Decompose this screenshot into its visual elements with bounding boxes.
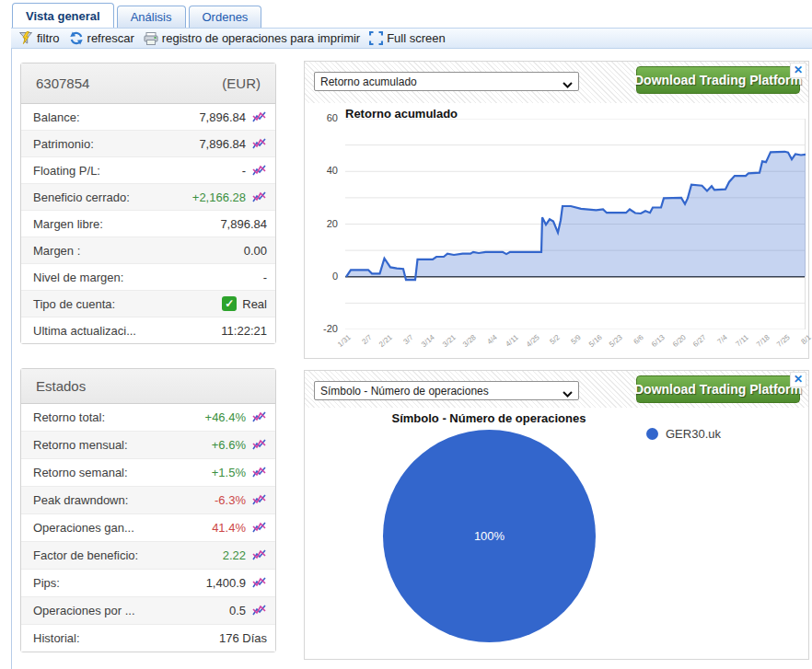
account-rows: Balance:7,896.84Patrimonio:7,896.84Float… — [21, 104, 275, 343]
download-platform-ad-button[interactable]: Download Trading Platform — [636, 375, 800, 403]
x-axis-tick-label: 4/11 — [497, 333, 519, 353]
pie-slice-percentage: 100% — [383, 430, 596, 642]
row-value: 0.5 — [229, 604, 246, 617]
line-chart-panel: Retorno acumulado Download Trading Platf… — [304, 61, 809, 359]
mini-chart-icon[interactable] — [252, 439, 267, 451]
tab-ordenes[interactable]: Ordenes — [189, 6, 262, 28]
print-trade-log-button[interactable]: registro de operaciones para imprimir — [142, 31, 362, 45]
chevron-down-icon — [563, 78, 573, 91]
row-label: Peak drawndown: — [33, 493, 128, 507]
mini-chart-icon[interactable] — [252, 191, 267, 203]
mini-chart-icon[interactable] — [252, 494, 267, 506]
mini-chart-icon[interactable] — [252, 467, 267, 479]
y-axis-tick-label: 20 — [307, 218, 338, 229]
x-axis-tick-label: 4/4 — [477, 333, 499, 353]
row-label: Retorno semanal: — [33, 466, 128, 479]
filter-icon — [18, 31, 33, 45]
toolbar-label: filtro — [37, 31, 60, 45]
pie-chart-title: Símbolo - Número de operaciones — [305, 411, 673, 425]
row-value: 41.4% — [212, 521, 246, 535]
row-label: Balance: — [33, 110, 80, 124]
x-axis-tick-label: 7/25 — [770, 333, 792, 353]
pie-chart-panel: Símbolo - Número de operaciones Download… — [304, 370, 809, 660]
pie-legend: GER30.uk — [646, 427, 721, 441]
table-row: Balance:7,896.84 — [21, 104, 275, 131]
row-label: Patrimonio: — [33, 137, 94, 151]
line-metric-select[interactable]: Retorno acumulado — [314, 72, 579, 91]
row-label: Factor de beneficio: — [33, 548, 138, 562]
row-value: 7,896.84 — [199, 110, 246, 124]
row-value: 1,400.9 — [206, 576, 246, 590]
mini-chart-icon[interactable] — [252, 549, 267, 561]
account-panel: 6307854 (EUR) Balance:7,896.84Patrimonio… — [20, 63, 276, 344]
stats-panel: Estados Retorno total:+46.4%Retorno mens… — [20, 368, 276, 652]
mini-chart-icon[interactable] — [252, 138, 267, 150]
toolbar-label: Full screen — [387, 31, 446, 45]
row-label: Retorno mensual: — [33, 438, 128, 452]
x-axis-tick-label: 7/18 — [748, 333, 771, 353]
x-axis-tick-label: 3/14 — [414, 333, 436, 353]
x-axis-tick-label: 6/27 — [686, 333, 708, 353]
pie-metric-select[interactable]: Símbolo - Número de operaciones — [314, 381, 579, 400]
mini-chart-icon[interactable] — [252, 111, 267, 123]
mini-chart-icon[interactable] — [252, 165, 267, 177]
refresh-icon — [69, 31, 84, 45]
x-axis-tick-label: 3/21 — [435, 333, 457, 353]
row-value: +6.6% — [212, 438, 246, 452]
account-currency: (EUR) — [222, 75, 261, 91]
mini-chart-icon[interactable] — [252, 522, 267, 534]
row-label: Nivel de margen: — [33, 271, 123, 284]
y-axis-tick-label: 40 — [307, 165, 338, 176]
y-axis-tick-label: 0 — [307, 271, 338, 282]
mini-chart-icon[interactable] — [252, 605, 267, 617]
table-row: Factor de beneficio:2.22 — [21, 542, 275, 570]
pie-panel-header: Símbolo - Número de operaciones Download… — [305, 371, 808, 408]
tab-vista-general[interactable]: Vista general — [12, 3, 114, 28]
row-value: +2,166.28 — [192, 190, 246, 204]
row-value: -6.3% — [215, 493, 246, 507]
row-value: 2.22 — [223, 548, 246, 562]
row-value: 0.00 — [244, 244, 267, 258]
table-row: Tipo de cuenta:✓Real — [21, 291, 275, 317]
x-axis-tick-label: 7/11 — [727, 333, 749, 353]
row-label: Operaciones gan... — [33, 521, 134, 535]
tab-analisis[interactable]: Análisis — [117, 6, 186, 28]
ad-label: Download Trading Platform — [634, 382, 802, 397]
x-axis-tick-label: 3/28 — [456, 333, 478, 353]
tab-bar: Vista general Análisis Ordenes — [12, 2, 261, 28]
row-value: - — [263, 271, 267, 284]
download-platform-ad-button[interactable]: Download Trading Platform — [636, 66, 800, 94]
x-axis-tick-label: 4/25 — [518, 333, 540, 353]
ad-close-icon[interactable]: ✕ — [790, 372, 806, 387]
filter-button[interactable]: filtro — [17, 31, 62, 45]
row-value: 7,896.84 — [199, 137, 246, 151]
checkmark-icon: ✓ — [222, 296, 237, 311]
x-axis-tick-label: 5/23 — [602, 333, 624, 353]
table-row: Historial:176 Días — [21, 625, 275, 652]
account-number: 6307854 — [36, 75, 89, 91]
select-value: Símbolo - Número de operaciones — [320, 385, 489, 398]
mini-chart-icon[interactable] — [252, 577, 267, 589]
row-label: Beneficio cerrado: — [33, 190, 130, 204]
line-chart — [345, 119, 806, 329]
table-row: Nivel de margen:- — [21, 264, 275, 291]
table-row: Beneficio cerrado:+2,166.28 — [21, 184, 275, 211]
toolbar-label: registro de operaciones para imprimir — [162, 31, 360, 45]
mini-chart-icon[interactable] — [252, 411, 267, 423]
refresh-button[interactable]: refrescar — [67, 31, 136, 45]
row-value: 176 Días — [219, 631, 267, 645]
row-label: Operaciones por ... — [33, 604, 135, 617]
x-axis-tick-label: 6/6 — [623, 333, 645, 353]
toolbar: filtro refrescar — [11, 28, 812, 49]
fullscreen-button[interactable]: Full screen — [367, 31, 447, 45]
x-axis-tick-label: 2/7 — [351, 333, 373, 353]
x-axis-tick-label: 3/7 — [393, 333, 415, 353]
ad-close-icon[interactable]: ✕ — [790, 63, 806, 78]
table-row: Ultima actualizaci...11:22:21 — [21, 317, 275, 343]
line-panel-header: Retorno acumulado Download Trading Platf… — [305, 62, 808, 103]
legend-dot-icon — [646, 428, 658, 440]
row-value: ✓Real — [222, 296, 267, 311]
row-label: Tipo de cuenta: — [33, 297, 115, 311]
table-row: Retorno semanal:+1.5% — [21, 459, 275, 487]
row-label: Margen : — [33, 244, 80, 258]
